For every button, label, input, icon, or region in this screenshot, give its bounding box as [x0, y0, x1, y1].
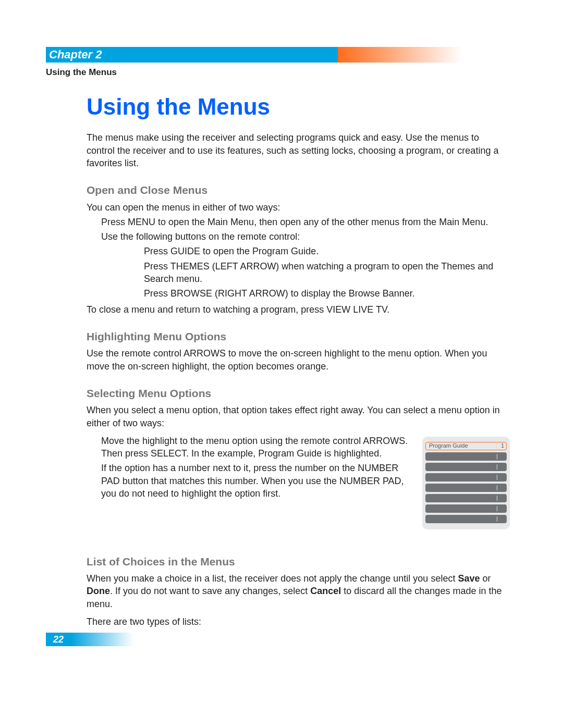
list-choices-bold-done: Done: [87, 586, 110, 596]
highlighting-body: Use the remote control ARROWS to move th…: [87, 347, 510, 373]
remote-button-themes: Press THEMES (LEFT ARROW) when watching …: [144, 260, 510, 286]
page-number-fade: [71, 633, 133, 646]
content: The menus make using the receiver and se…: [87, 131, 510, 628]
page-number-bar: 22: [46, 633, 133, 646]
section-label: Using the Menus: [46, 67, 510, 79]
program-guide-row-highlighted: Program Guide 1: [425, 442, 507, 450]
program-guide-row-blank: [425, 515, 507, 523]
list-choices-body: When you make a choice in a list, the re…: [87, 572, 510, 610]
list-choices-tail: There are two types of lists:: [87, 615, 510, 628]
page-title: Using the Menus: [87, 91, 510, 122]
remote-button-guide: Press GUIDE to open the Program Guide.: [144, 245, 510, 257]
heading-selecting: Selecting Menu Options: [87, 386, 510, 401]
intro-paragraph: The menus make using the receiver and se…: [87, 131, 510, 169]
heading-highlighting: Highlighting Menu Options: [87, 329, 510, 344]
program-guide-highlight-number: 1: [499, 442, 506, 450]
program-guide-highlight-label: Program Guide: [426, 442, 496, 450]
heading-list-choices: List of Choices in the Menus: [87, 554, 510, 569]
program-guide-separator: [496, 443, 497, 449]
program-guide-row-blank: [425, 504, 507, 513]
open-close-lead: You can open the menus in either of two …: [87, 201, 510, 214]
program-guide-row-blank: [425, 484, 507, 492]
chapter-bar: Chapter 2: [46, 47, 510, 63]
selecting-lead: When you select a menu option, that opti…: [87, 404, 510, 429]
heading-open-close: Open and Close Menus: [87, 183, 510, 198]
program-guide-row-blank: [425, 494, 507, 502]
remote-button-browse: Press BROWSE (RIGHT ARROW) to display th…: [144, 287, 510, 300]
list-choices-part-4: . If you do not want to save any changes…: [110, 586, 310, 596]
open-close-close: To close a menu and return to watching a…: [87, 303, 510, 316]
program-guide-graphic: Program Guide 1: [422, 437, 510, 529]
chapter-label: Chapter 2: [46, 47, 510, 63]
page-number: 22: [46, 633, 71, 646]
list-choices-bold-save: Save: [458, 573, 480, 584]
list-choices-bold-cancel: Cancel: [310, 586, 341, 596]
program-guide-row-blank: [425, 452, 507, 461]
list-choices-part-0: When you make a choice in a list, the re…: [87, 573, 458, 584]
open-close-way-2: Use the following buttons on the remote …: [101, 230, 510, 243]
program-guide-row-blank: [425, 463, 507, 471]
list-choices-part-2: or: [480, 573, 491, 584]
page: Chapter 2 Using the Menus Using the Menu…: [0, 0, 563, 677]
open-close-way-1: Press MENU to open the Main Menu, then o…: [101, 216, 510, 228]
program-guide-row-blank: [425, 473, 507, 482]
